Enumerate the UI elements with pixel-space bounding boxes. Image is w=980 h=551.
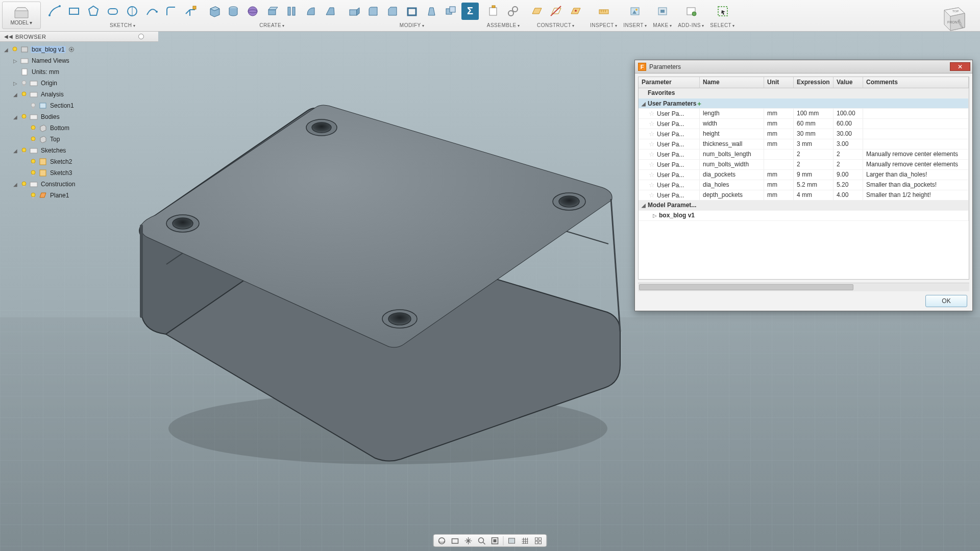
lightbulb-icon[interactable] xyxy=(20,181,28,188)
pan-icon[interactable] xyxy=(462,535,475,546)
sketch-arc-icon[interactable] xyxy=(143,3,160,20)
col-expression[interactable]: Expression xyxy=(794,77,834,88)
construct-axis-icon[interactable] xyxy=(547,3,565,20)
param-row[interactable]: ☆User Pa...num_bolts_width22Manually rem… xyxy=(639,160,969,170)
grid-display-icon[interactable] xyxy=(519,535,531,546)
create-loft-icon[interactable] xyxy=(322,3,339,20)
row-model-parameters[interactable]: ◢Model Paramet... xyxy=(639,201,969,211)
favorite-star-icon[interactable]: ☆ xyxy=(649,181,655,189)
ok-button[interactable]: OK xyxy=(925,295,967,307)
sketch-line-icon[interactable] xyxy=(46,3,63,20)
modify-draft-icon[interactable] xyxy=(423,3,440,20)
insert-decal-icon[interactable] xyxy=(626,3,644,20)
browser-collapse-icon[interactable]: ◀◀ xyxy=(4,34,13,39)
lightbulb-icon[interactable] xyxy=(11,46,18,53)
favorite-star-icon[interactable]: ☆ xyxy=(649,161,655,168)
create-cylinder-icon[interactable] xyxy=(225,3,242,20)
viewports-icon[interactable] xyxy=(532,535,545,546)
param-row[interactable]: ☆User Pa...dia_pocketsmm9 mm9.00Larger t… xyxy=(639,170,969,180)
lightbulb-icon[interactable] xyxy=(20,147,28,154)
workspace-model-button[interactable]: MODEL ▾ xyxy=(2,2,41,29)
lightbulb-icon[interactable] xyxy=(30,124,37,132)
param-row[interactable]: ☆User Pa...heightmm30 mm30.00 xyxy=(639,129,969,139)
sketch-trim-icon[interactable] xyxy=(182,3,199,20)
construct-plane-icon[interactable] xyxy=(528,3,545,20)
lightbulb-icon[interactable] xyxy=(30,136,37,143)
lightbulb-icon[interactable] xyxy=(20,91,28,98)
parameters-titlebar[interactable]: F Parameters ✕ xyxy=(635,60,972,73)
create-box-icon[interactable] xyxy=(205,3,223,20)
svg-point-62 xyxy=(22,92,26,96)
row-user-parameters[interactable]: ◢User Parameters＋ xyxy=(639,98,969,109)
col-comments[interactable]: Comments xyxy=(863,77,969,88)
lightbulb-icon[interactable] xyxy=(30,192,37,199)
modify-combine-icon[interactable] xyxy=(442,3,459,20)
assemble-new-icon[interactable] xyxy=(485,3,502,20)
close-button[interactable]: ✕ xyxy=(950,62,970,71)
lightbulb-icon[interactable] xyxy=(20,113,28,120)
row-favorites[interactable]: Favorites xyxy=(639,88,969,98)
zoom-icon[interactable] xyxy=(476,535,488,546)
modify-parameters-icon[interactable]: Σ xyxy=(461,3,479,20)
favorite-star-icon[interactable]: ☆ xyxy=(649,140,655,148)
favorite-star-icon[interactable]: ☆ xyxy=(649,191,655,199)
sketch-polygon-icon[interactable] xyxy=(85,3,102,20)
tree-root[interactable]: ◢ box_blog v1 xyxy=(3,44,161,55)
svg-rect-18 xyxy=(288,7,290,15)
viewcube[interactable]: FRONT TOP RIGHT xyxy=(934,4,970,35)
param-row[interactable]: ☆User Pa...lengthmm100 mm100.00 xyxy=(639,109,969,119)
model-3d-box[interactable] xyxy=(117,66,633,490)
col-value[interactable]: Value xyxy=(834,77,863,88)
lightbulb-icon[interactable] xyxy=(30,158,37,165)
create-sphere-icon[interactable] xyxy=(244,3,261,20)
browser-settings-icon[interactable] xyxy=(138,34,144,39)
parameters-grid[interactable]: Parameter Name Unit Expression Value Com… xyxy=(638,77,969,280)
fit-icon[interactable] xyxy=(489,535,501,546)
inspect-measure-icon[interactable] xyxy=(595,3,612,20)
sketch-fillet-icon[interactable] xyxy=(162,3,180,20)
assemble-joint-icon[interactable] xyxy=(504,3,522,20)
orbit-icon[interactable] xyxy=(436,535,448,546)
param-row[interactable]: ☆User Pa...dia_holesmm5.2 mm5.20Smaller … xyxy=(639,180,969,190)
col-parameter[interactable]: Parameter xyxy=(639,77,700,88)
create-extrude-icon[interactable] xyxy=(263,3,281,20)
modify-fillet-icon[interactable] xyxy=(364,3,382,20)
modify-chamfer-icon[interactable] xyxy=(384,3,401,20)
make-3dprint-icon[interactable] xyxy=(654,3,671,20)
favorite-star-icon[interactable]: ☆ xyxy=(649,130,655,138)
param-row[interactable]: ☆User Pa...num_bolts_length22Manually re… xyxy=(639,149,969,160)
tree-named-views[interactable]: ▷Named Views xyxy=(3,55,161,66)
sketch-ellipse-icon[interactable] xyxy=(124,3,141,20)
body-icon xyxy=(39,135,47,143)
activate-radio-icon[interactable] xyxy=(69,47,74,52)
addins-scripts-icon[interactable] xyxy=(682,3,700,20)
svg-point-46 xyxy=(692,12,696,16)
create-sweep-icon[interactable] xyxy=(302,3,320,20)
display-style-icon[interactable] xyxy=(506,535,518,546)
svg-rect-111 xyxy=(535,541,538,544)
param-row[interactable]: ☆User Pa...widthmm60 mm60.00 xyxy=(639,119,969,129)
modify-presspull-icon[interactable] xyxy=(345,3,362,20)
favorite-star-icon[interactable]: ☆ xyxy=(649,110,655,117)
favorite-star-icon[interactable]: ☆ xyxy=(649,151,655,158)
body-icon xyxy=(39,124,47,132)
construct-point-icon[interactable] xyxy=(567,3,584,20)
param-row[interactable]: ☆User Pa...depth_pocketsmm4 mm4.00Smalle… xyxy=(639,190,969,201)
col-name[interactable]: Name xyxy=(700,77,764,88)
grid-horizontal-scrollbar[interactable] xyxy=(638,283,969,291)
create-revolve-icon[interactable] xyxy=(283,3,300,20)
row-model-child[interactable]: ▷box_blog v1 xyxy=(639,211,969,221)
favorite-star-icon[interactable]: ☆ xyxy=(649,120,655,128)
col-unit[interactable]: Unit xyxy=(764,77,794,88)
lightbulb-icon[interactable] xyxy=(30,169,37,177)
modify-shell-icon[interactable] xyxy=(403,3,421,20)
select-icon[interactable] xyxy=(714,3,731,20)
svg-text:Σ: Σ xyxy=(467,5,473,16)
lookat-icon[interactable] xyxy=(449,535,461,546)
param-row[interactable]: ☆User Pa...thickness_wallmm3 mm3.00 xyxy=(639,139,969,149)
lightbulb-icon[interactable] xyxy=(30,102,37,109)
favorite-star-icon[interactable]: ☆ xyxy=(649,171,655,179)
lightbulb-icon[interactable] xyxy=(20,80,28,87)
sketch-circle-icon[interactable] xyxy=(104,3,121,20)
sketch-rectangle-icon[interactable] xyxy=(65,3,83,20)
